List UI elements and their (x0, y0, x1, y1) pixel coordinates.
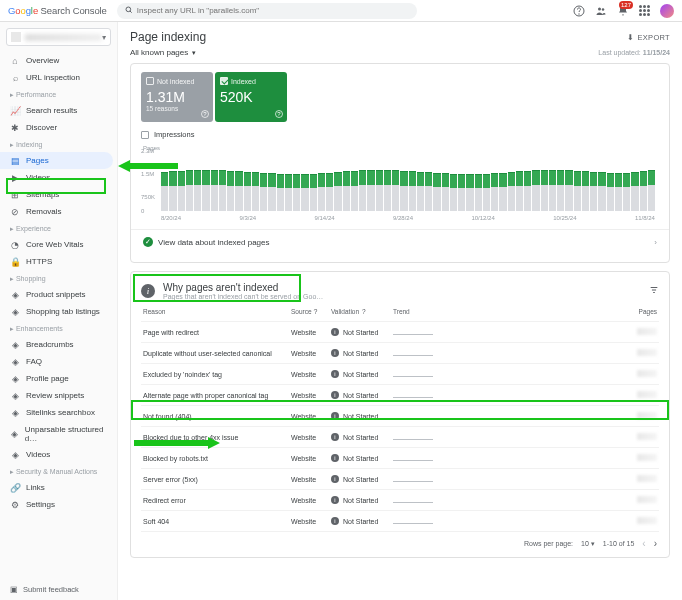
notifications-icon[interactable]: 127 (616, 4, 630, 18)
table-row[interactable]: Redirect error Website iNot Started (141, 490, 659, 511)
rows-per-page[interactable]: 10 ▾ (581, 540, 595, 548)
sidebar-item-settings[interactable]: ⚙Settings (0, 496, 117, 513)
url-inspect-search[interactable] (117, 3, 417, 19)
download-icon: ⬇ (627, 33, 634, 42)
property-icon (11, 32, 21, 42)
google-logo: Google Search Console (8, 5, 107, 16)
indexed-tile[interactable]: Indexed 520K ? (215, 72, 287, 122)
gear-icon: ⚙ (10, 500, 20, 510)
sidebar-group-performance[interactable]: ▸ Performance (0, 86, 117, 102)
next-page-button[interactable]: › (654, 538, 657, 549)
impressions-checkbox[interactable] (141, 131, 149, 139)
sidebar-item-videos[interactable]: ▶Videos (0, 169, 117, 186)
people-icon[interactable] (594, 4, 608, 18)
profile-icon: ◈ (10, 374, 20, 384)
submit-feedback[interactable]: ▣Submit feedback (0, 579, 89, 600)
sidebar-item-videos-enh[interactable]: ◈Videos (0, 446, 117, 463)
link-icon: 🔗 (10, 483, 20, 493)
cart-icon: ◈ (10, 307, 20, 317)
reasons-title: Why pages aren't indexed (163, 282, 323, 293)
video-icon: ▶ (10, 173, 20, 183)
table-row[interactable]: Blocked by robots.txt Website iNot Start… (141, 448, 659, 469)
sidebar-item-url-inspection[interactable]: ⌕URL inspection (0, 69, 117, 86)
svg-point-0 (126, 7, 131, 12)
page-title: Page indexing (130, 30, 206, 44)
not-indexed-tile[interactable]: Not indexed 1.31M 15 reasons ? (141, 72, 213, 122)
view-indexed-data-link[interactable]: ✓View data about indexed pages › (131, 229, 669, 254)
sidebar-group-security[interactable]: ▸ Security & Manual Actions (0, 463, 117, 479)
sidebar-item-shopping-tab[interactable]: ◈Shopping tab listings (0, 303, 117, 320)
table-row[interactable]: Duplicate without user-selected canonica… (141, 343, 659, 364)
svg-point-5 (602, 8, 605, 11)
sidebar-item-profile-page[interactable]: ◈Profile page (0, 370, 117, 387)
sidebar-item-faq[interactable]: ◈FAQ (0, 353, 117, 370)
sidebar-item-sitelinks[interactable]: ◈Sitelinks searchbox (0, 404, 117, 421)
help-icon[interactable] (572, 4, 586, 18)
apps-icon[interactable] (638, 4, 652, 18)
sidebar-item-unparsable[interactable]: ◈Unparsable structured d… (0, 421, 117, 446)
prev-page-button[interactable]: ‹ (642, 538, 645, 549)
summary-card: Not indexed 1.31M 15 reasons ? Indexed 5… (130, 63, 670, 263)
sitemap-icon: ⊞ (10, 190, 20, 200)
sidebar-item-removals[interactable]: ⊘Removals (0, 203, 117, 220)
sidebar-item-cwv[interactable]: ◔Core Web Vitals (0, 236, 117, 253)
pages-icon: ▤ (10, 156, 20, 166)
sidebar-group-enhancements[interactable]: ▸ Enhancements (0, 320, 117, 336)
sidebar-item-sitemaps[interactable]: ⊞Sitemaps (0, 186, 117, 203)
structured-icon: ◈ (10, 429, 19, 439)
sidebar-item-breadcrumbs[interactable]: ◈Breadcrumbs (0, 336, 117, 353)
table-row[interactable]: Excluded by 'noindex' tag Website iNot S… (141, 364, 659, 385)
avatar[interactable] (660, 4, 674, 18)
sitelinks-icon: ◈ (10, 408, 20, 418)
feedback-icon: ▣ (10, 585, 18, 594)
info-icon[interactable]: ? (201, 110, 209, 118)
last-updated: Last updated: 11/15/24 (598, 49, 670, 56)
sidebar-item-search-results[interactable]: 📈Search results (0, 102, 117, 119)
table-row[interactable]: Soft 404 Website iNot Started (141, 511, 659, 532)
breadcrumb-icon: ◈ (10, 340, 20, 350)
sidebar-group-experience[interactable]: ▸ Experience (0, 220, 117, 236)
chevron-right-icon: › (654, 238, 657, 247)
table-row[interactable]: Page with redirect Website iNot Started (141, 322, 659, 343)
notification-badge: 127 (619, 1, 633, 9)
info-icon[interactable]: ? (275, 110, 283, 118)
help-icon[interactable]: ? (362, 308, 366, 315)
sidebar-item-discover[interactable]: ✱Discover (0, 119, 117, 136)
sidebar-item-pages[interactable]: ▤Pages (0, 152, 113, 169)
chevron-down-icon: ▾ (102, 33, 106, 42)
chevron-down-icon: ▾ (192, 49, 196, 57)
tag-icon: ◈ (10, 290, 20, 300)
lock-icon: 🔒 (10, 257, 20, 267)
table-row[interactable]: Server error (5xx) Website iNot Started (141, 469, 659, 490)
inspect-icon: ⌕ (10, 73, 20, 83)
sidebar-item-https[interactable]: 🔒HTTPS (0, 253, 117, 270)
checkbox-icon[interactable] (220, 77, 228, 85)
search-icon (125, 5, 133, 16)
sidebar-group-indexing[interactable]: ▸ Indexing (0, 136, 117, 152)
help-icon[interactable]: ? (313, 308, 317, 315)
export-button[interactable]: ⬇EXPORT (627, 33, 670, 42)
sidebar-item-product-snippets[interactable]: ◈Product snippets (0, 286, 117, 303)
impressions-label: Impressions (154, 130, 194, 139)
sidebar-item-links[interactable]: 🔗Links (0, 479, 117, 496)
home-icon: ⌂ (10, 56, 20, 66)
table-row[interactable]: Not found (404) Website iNot Started (141, 406, 659, 427)
sidebar-group-shopping[interactable]: ▸ Shopping (0, 270, 117, 286)
removals-icon: ⊘ (10, 207, 20, 217)
check-icon: ✓ (143, 237, 153, 247)
reasons-card: i Why pages aren't indexed Pages that ar… (130, 271, 670, 558)
search-input[interactable] (137, 6, 409, 15)
table-row[interactable]: Blocked due to other 4xx issue Website i… (141, 427, 659, 448)
sidebar-item-review-snippets[interactable]: ◈Review snippets (0, 387, 117, 404)
filter-icon[interactable] (649, 285, 659, 297)
sidebar-item-overview[interactable]: ⌂Overview (0, 52, 117, 69)
checkbox-icon[interactable] (146, 77, 154, 85)
video-icon: ◈ (10, 450, 20, 460)
chart-icon: 📈 (10, 106, 20, 116)
review-icon: ◈ (10, 391, 20, 401)
speed-icon: ◔ (10, 240, 20, 250)
filter-all-known[interactable]: All known pages▾ (130, 48, 196, 57)
table-row[interactable]: Alternate page with proper canonical tag… (141, 385, 659, 406)
discover-icon: ✱ (10, 123, 20, 133)
property-selector[interactable]: ▾ (6, 28, 111, 46)
